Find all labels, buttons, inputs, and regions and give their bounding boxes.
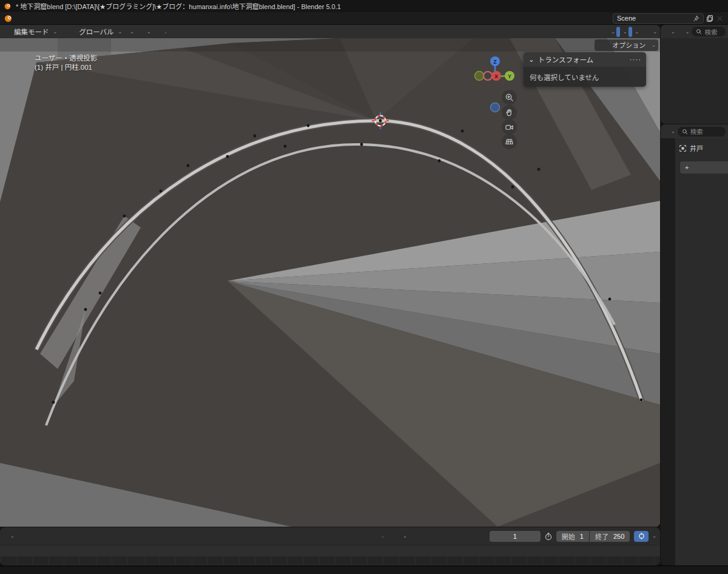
viewport-3d[interactable]: 編集モード ⌄ グローバル ⌄ ⌄ ⌄ ⌄ ⌄ ⌄ ⌄ ⌄	[0, 25, 660, 527]
mode-selector[interactable]: 編集モード	[14, 27, 49, 36]
mirror-icon	[597, 40, 601, 50]
properties-editor-type-icon[interactable]	[663, 126, 667, 137]
outliner-display-mode-icon[interactable]	[663, 27, 667, 37]
transform-orientation[interactable]: グローバル	[79, 27, 113, 36]
transform-panel-title: トランスフォーム	[538, 55, 593, 64]
edit-mode-icon	[8, 27, 12, 37]
properties-header: ⌄ 検索	[661, 124, 728, 138]
axis-neg-z-ball[interactable]	[491, 103, 500, 112]
keying-set-icon[interactable]	[634, 531, 649, 542]
search-icon	[696, 29, 702, 35]
new-scene-icon[interactable]	[706, 15, 714, 22]
tool-settings-bar: オプション ⌄	[0, 38, 660, 52]
object-breadcrumb-icon	[679, 144, 687, 152]
app-menu-blender-icon[interactable]	[4, 14, 13, 23]
timeline-tracks[interactable]	[0, 556, 660, 565]
window-title: * 地下洞窟blend [D:\[DATA]\[★ブログラミング]\★ブログ：h…	[16, 1, 341, 11]
scene-cluster: Scene	[607, 13, 724, 24]
transform-panel[interactable]: ⌄ トランスフォーム ···· 何も選択していません	[524, 52, 646, 87]
search-icon	[682, 129, 688, 135]
viewport-header: 編集モード ⌄ グローバル ⌄ ⌄ ⌄ ⌄ ⌄ ⌄ ⌄ ⌄	[0, 25, 660, 38]
properties-editor[interactable]: ⌄ 検索 井戸 + モデ	[661, 124, 728, 566]
xray-toggle[interactable]	[640, 27, 644, 37]
options-dropdown[interactable]: オプション	[610, 40, 648, 50]
editor-type-3d-viewport-icon[interactable]	[3, 27, 7, 37]
show-overlays-toggle[interactable]	[629, 27, 632, 37]
object-visibility-icon[interactable]	[604, 27, 608, 37]
tool-options-cluster: オプション ⌄	[595, 39, 658, 51]
zoom-button[interactable]	[502, 90, 517, 105]
properties-body: 井戸 + モデ	[675, 138, 728, 566]
snap-base-icon[interactable]	[604, 40, 608, 50]
axis-neg-y-ball[interactable]	[475, 72, 484, 81]
outliner-header: ⌄ ⌄ 検索	[661, 25, 728, 38]
blender-window: * 地下洞窟blend [D:\[DATA]\[★ブログラミング]\★ブログ：h…	[0, 0, 728, 574]
frame-range: 開始1 終了250	[556, 531, 630, 542]
unlink-scene-icon[interactable]	[716, 15, 723, 22]
content-area: 編集モード ⌄ グローバル ⌄ ⌄ ⌄ ⌄ ⌄ ⌄ ⌄ ⌄	[0, 25, 728, 566]
start-frame-field[interactable]: 開始1	[556, 531, 589, 542]
transform-panel-body: 何も選択していません	[524, 67, 646, 87]
proportional-falloff-icon[interactable]	[157, 27, 161, 37]
plus-icon: +	[685, 164, 689, 171]
pan-hand-button[interactable]	[502, 105, 517, 120]
auto-keying-icon[interactable]	[373, 531, 377, 541]
timeline-editor[interactable]: ⌄ ⌄ ⌄ 1 開始1 終了250	[0, 527, 660, 566]
transform-orientation-icon[interactable]	[73, 27, 76, 37]
axis-neg-x-ball[interactable]	[484, 72, 492, 80]
editor-type-timeline-icon[interactable]	[4, 531, 7, 541]
scene-name-field[interactable]: Scene	[613, 13, 704, 24]
scene-name: Scene	[617, 15, 636, 22]
timeline-controls: ⌄ ⌄ 1 開始1 終了250	[373, 531, 656, 542]
timeline-snap-magnet-icon[interactable]	[396, 531, 399, 541]
titlebar: * 地下洞窟blend [D:\[DATA]\[★ブログラミング]\★ブログ：h…	[0, 0, 728, 12]
panel-grip-icon[interactable]: ····	[630, 56, 641, 63]
viewport-info-text: ユーザー・透視投影 (1) 井戸 | 円柱.001	[35, 54, 97, 72]
svg-text:X: X	[494, 73, 498, 79]
svg-text:Y: Y	[508, 73, 511, 79]
add-modifier-button[interactable]: + モデ	[680, 161, 728, 174]
viewport-canvas[interactable]: ユーザー・透視投影 (1) 井戸 | 円柱.001 Z Y X	[0, 38, 660, 527]
topbar: Scene	[0, 12, 728, 25]
timeline-ruler[interactable]	[0, 545, 660, 556]
end-frame-field[interactable]: 終了250	[590, 531, 630, 542]
breadcrumb-object-name: 井戸	[690, 143, 703, 153]
timeline-header: ⌄ ⌄ ⌄ 1 開始1 終了250	[0, 527, 660, 545]
camera-view-button[interactable]	[502, 120, 517, 135]
proportional-editing-icon[interactable]	[152, 27, 156, 37]
outliner-search-input[interactable]: 検索	[692, 27, 726, 36]
pin-icon[interactable]	[693, 15, 699, 22]
transform-panel-header[interactable]: ⌄ トランスフォーム ····	[524, 52, 646, 67]
statusbar	[0, 566, 728, 574]
snap-magnet-icon[interactable]	[135, 27, 139, 37]
outliner-filter-icon[interactable]	[678, 27, 681, 37]
no-selection-message: 何も選択していません	[530, 72, 599, 82]
properties-search-input[interactable]: 検索	[678, 127, 726, 137]
projection-label: ユーザー・透視投影	[35, 54, 97, 63]
current-frame-field[interactable]: 1	[490, 531, 541, 542]
svg-text:Z: Z	[493, 59, 497, 65]
snap-target-icon[interactable]	[140, 27, 144, 37]
properties-tab-strip	[661, 138, 675, 566]
perspective-grid-button[interactable]	[502, 134, 517, 149]
right-column: ⌄ ⌄ 検索 ⌄ 検索	[661, 25, 728, 566]
blender-logo-icon	[4, 2, 12, 10]
mesh-scene	[0, 38, 660, 527]
active-object-label: (1) 井戸 | 円柱.001	[35, 63, 97, 72]
stopwatch-icon[interactable]	[544, 532, 553, 541]
show-gizmo-toggle[interactable]	[616, 27, 620, 37]
breadcrumb: 井戸	[675, 138, 728, 155]
pivot-point-icon[interactable]	[123, 27, 127, 37]
outliner[interactable]: ⌄ ⌄ 検索	[661, 25, 728, 124]
scene-selector-icon[interactable]	[607, 13, 610, 24]
